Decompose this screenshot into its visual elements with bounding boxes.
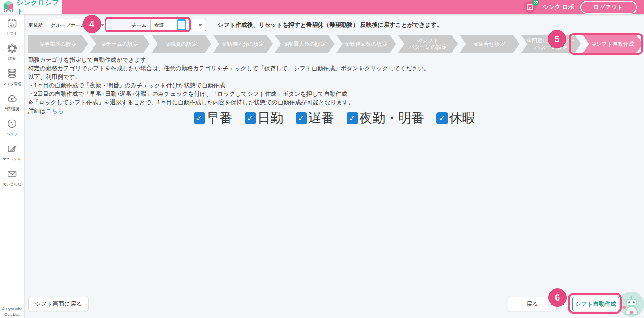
step-10-auto-create[interactable]: ⑩シフト自動作成	[583, 35, 643, 53]
checkbox-label: 休暇	[449, 109, 475, 127]
step-3-staff[interactable]: ③職員の設定	[152, 35, 212, 53]
help-icon: ?	[7, 118, 17, 131]
notification-badge: 27	[532, 0, 539, 6]
checkbox-hayaban[interactable]: 早番	[194, 109, 233, 127]
team-group: チーム 看護	[131, 19, 206, 31]
sidebar-item-label: 設定	[8, 56, 16, 62]
checkbox-nikkin[interactable]: 日勤	[245, 109, 284, 127]
robot-name-label: シンク ロボ	[542, 3, 574, 11]
sidebar-item-help[interactable]: ? ヘルプ	[0, 115, 24, 140]
robot-avatar[interactable]	[619, 292, 644, 317]
checkbox-osoban[interactable]: 遅番	[296, 109, 335, 127]
sidebar-item-master[interactable]: マスタ管理	[0, 64, 24, 90]
sidebar-item-label: 問い合わせ	[3, 182, 21, 187]
toolbar: 事業所 グループホームTD チーム 看護 シフト作成後、リセットを押すと希望休（…	[28, 17, 644, 33]
step-9-avoid-pattern[interactable]: ⑨回避したいシフト パターン設定	[521, 35, 581, 53]
team-select-value: 看護	[154, 22, 164, 29]
auto-create-shift-button[interactable]: シフト自動作成	[572, 297, 619, 311]
sidebar: 15 シフト 設定 マスタ管理	[0, 14, 25, 318]
office-select[interactable]: グループホームTD	[47, 19, 108, 31]
checkbox-label: 夜勤・明番	[360, 109, 424, 127]
logout-button[interactable]: ログアウト	[580, 1, 637, 14]
instruction-line: ※「ロックしてシフト作成」を選択することで、1回目に自動作成した内容を保持した状…	[28, 98, 635, 107]
main-content: 事業所 グループホームTD チーム 看護 シフト作成後、リセットを押すと希望休（…	[25, 14, 644, 318]
instructions: 勤務カテゴリを指定して自動作成ができます。 特定の勤務カテゴリでシフトを作成した…	[28, 56, 635, 115]
checked-checkbox-icon	[194, 112, 205, 124]
svg-text:15: 15	[10, 22, 14, 26]
checked-checkbox-icon	[245, 112, 256, 124]
step-4-work-category[interactable]: ④勤務区分の設定	[213, 35, 273, 53]
step-7-shift-pattern[interactable]: ⑦シフト パターンの設定	[398, 35, 458, 53]
step-1-office[interactable]: ①事業所の設定	[28, 35, 88, 53]
svg-text:15: 15	[529, 7, 532, 9]
back-to-shift-screen-button[interactable]: シフト画面に戻る	[28, 297, 89, 311]
sidebar-item-label: シフト	[6, 31, 17, 37]
sidebar-item-manual[interactable]: マニュアル	[0, 140, 24, 165]
svg-text:?: ?	[11, 121, 13, 126]
sidebar-item-shift[interactable]: 15 シフト	[0, 14, 24, 39]
instruction-line: 以下、利用例です。	[28, 73, 635, 81]
step-8-combination[interactable]: ⑧組合せ設定	[460, 35, 520, 53]
logo-text: シンクロシフト	[17, 0, 62, 16]
instruction-line: ・1回目の自動作成で「夜勤・明番」のみチェックを付けた状態で自動作成	[28, 81, 635, 90]
checkbox-label: 遅番	[309, 109, 335, 127]
step-6-work-count[interactable]: ⑥勤務回数の設定	[336, 35, 396, 53]
back-button[interactable]: 戻る	[508, 297, 557, 311]
office-label: 事業所	[28, 22, 43, 29]
team-label: チーム	[131, 22, 147, 29]
sidebar-item-external[interactable]: 外部連携	[0, 90, 24, 115]
step-navigation: ①事業所の設定 ②チームの設定 ③職員の設定 ④勤務区分の設定 ⑤配置人数の設定…	[28, 35, 643, 53]
app-logo[interactable]: シンクロシフト	[0, 0, 62, 14]
gear-icon	[7, 43, 17, 56]
checkbox-label: 日勤	[258, 109, 284, 127]
checkbox-kyuka[interactable]: 休暇	[436, 109, 475, 127]
cloud-sync-icon	[7, 93, 17, 106]
toolbar-note: シフト作成後、リセットを押すと希望休（希望勤務） 反映後に戻すことができます。	[218, 21, 443, 29]
calendar-icon: 15	[7, 18, 17, 30]
sidebar-item-label: 外部連携	[4, 107, 19, 112]
sidebar-item-settings[interactable]: 設定	[0, 39, 24, 64]
footer-actions: シフト画面に戻る 戻る シフト自動作成	[28, 297, 644, 312]
logo-cube-icon	[3, 0, 14, 14]
mail-icon	[7, 168, 17, 181]
app-header: シンクロシフト 15 27 シンク ロボ ログアウト	[0, 0, 644, 14]
notification-calendar-icon[interactable]: 15 27	[524, 1, 536, 13]
sidebar-item-contact[interactable]: 問い合わせ	[0, 165, 24, 190]
instruction-line: 勤務カテゴリを指定して自動作成ができます。	[28, 56, 635, 64]
checkbox-label: 早番	[207, 109, 233, 127]
sidebar-item-label: ヘルプ	[6, 132, 17, 137]
sidebar-item-label: マニュアル	[3, 157, 21, 162]
copyright-text: © SynCube Co., Ltd.	[0, 306, 24, 317]
checkbox-yakin-akeban[interactable]: 夜勤・明番	[347, 109, 424, 127]
database-icon	[7, 68, 17, 81]
category-checkbox-row: 早番 日勤 遅番 夜勤・明番 休暇	[25, 109, 644, 127]
instruction-line: ・2回目の自動作成で「早番+日勤+遅番+休暇」のみチェックを付け、「ロックしてシ…	[28, 90, 635, 98]
checked-checkbox-icon	[296, 112, 307, 124]
sidebar-item-label: マスタ管理	[3, 82, 21, 87]
checked-checkbox-icon	[436, 112, 448, 124]
instruction-line: 特定の勤務カテゴリでシフトを作成したい場合は、任意の勤務カテゴリをチェックして「…	[28, 64, 635, 73]
chevron-down-icon	[101, 24, 104, 26]
team-select[interactable]: 看護	[150, 19, 206, 31]
office-select-value: グループホームTD	[51, 22, 92, 29]
step-2-team[interactable]: ②チームの設定	[90, 35, 150, 53]
checked-checkbox-icon	[347, 112, 358, 124]
manual-icon	[7, 143, 17, 156]
chevron-down-icon	[199, 24, 202, 26]
step-5-headcount[interactable]: ⑤配置人数の設定	[275, 35, 335, 53]
